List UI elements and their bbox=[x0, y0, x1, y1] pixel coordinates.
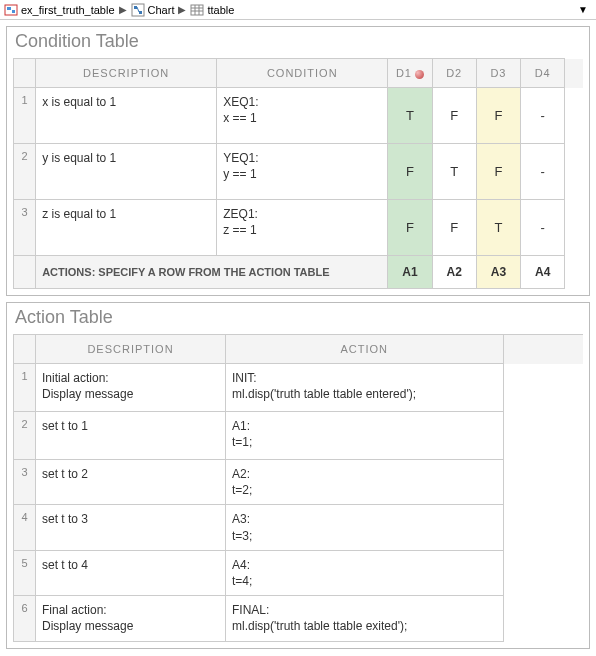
condition-row: 3 z is equal to 1 ZEQ1: z == 1 F F T - bbox=[14, 200, 584, 256]
header-d4[interactable]: D4 bbox=[521, 59, 565, 88]
breadcrumb: ex_first_truth_table ▶ Chart ▶ ttable ▼ bbox=[0, 0, 596, 20]
action-row: 6 Final action: Display message FINAL: m… bbox=[14, 596, 584, 641]
decision-cell-d1[interactable]: T bbox=[388, 88, 432, 144]
action-cell[interactable]: FINAL: ml.disp('truth table ttable exite… bbox=[226, 596, 504, 641]
header-blank bbox=[14, 59, 36, 88]
chevron-right-icon: ▶ bbox=[178, 4, 186, 15]
action-cell[interactable]: INIT: ml.disp('truth table ttable entere… bbox=[226, 364, 504, 412]
decision-cell-d1[interactable]: F bbox=[388, 200, 432, 256]
row-number: 1 bbox=[14, 88, 36, 144]
breakpoint-icon[interactable] bbox=[415, 70, 424, 79]
decision-cell-d4[interactable]: - bbox=[521, 200, 565, 256]
action-ref-d3[interactable]: A3 bbox=[476, 256, 520, 289]
decision-cell-d2[interactable]: F bbox=[432, 88, 476, 144]
description-cell[interactable]: set t to 3 bbox=[36, 505, 226, 550]
action-table: DESCRIPTION ACTION 1 Initial action: Dis… bbox=[13, 334, 583, 642]
header-blank bbox=[14, 335, 36, 364]
action-ref-d2[interactable]: A2 bbox=[432, 256, 476, 289]
header-d3[interactable]: D3 bbox=[476, 59, 520, 88]
condition-cell[interactable]: XEQ1: x == 1 bbox=[217, 88, 388, 144]
breadcrumb-label: ttable bbox=[207, 4, 234, 16]
action-row: 4 set t to 3 A3: t=3; bbox=[14, 505, 584, 550]
condition-row: 1 x is equal to 1 XEQ1: x == 1 T F F - bbox=[14, 88, 584, 144]
decision-cell-d1[interactable]: F bbox=[388, 144, 432, 200]
svg-rect-2 bbox=[12, 10, 15, 13]
condition-cell[interactable]: ZEQ1: z == 1 bbox=[217, 200, 388, 256]
decision-cell-d4[interactable]: - bbox=[521, 144, 565, 200]
description-cell[interactable]: x is equal to 1 bbox=[36, 88, 217, 144]
action-table-title: Action Table bbox=[7, 303, 589, 334]
action-cell[interactable]: A2: t=2; bbox=[226, 460, 504, 505]
condition-table-panel: Condition Table DESCRIPTION CONDITION D1… bbox=[6, 26, 590, 296]
header-action[interactable]: ACTION bbox=[226, 335, 504, 364]
dropdown-arrow-icon[interactable]: ▼ bbox=[578, 4, 592, 15]
header-description[interactable]: DESCRIPTION bbox=[36, 335, 226, 364]
row-number: 2 bbox=[14, 412, 36, 460]
svg-rect-5 bbox=[139, 11, 142, 14]
decision-cell-d3[interactable]: F bbox=[476, 88, 520, 144]
row-number: 3 bbox=[14, 460, 36, 505]
row-number: 3 bbox=[14, 200, 36, 256]
decision-cell-d3[interactable]: T bbox=[476, 200, 520, 256]
action-row: 1 Initial action: Display message INIT: … bbox=[14, 364, 584, 412]
condition-table-title: Condition Table bbox=[7, 27, 589, 58]
breadcrumb-label: ex_first_truth_table bbox=[21, 4, 115, 16]
breadcrumb-item-ttable[interactable]: ttable bbox=[190, 3, 234, 17]
action-row: 2 set t to 1 A1: t=1; bbox=[14, 412, 584, 460]
header-description[interactable]: DESCRIPTION bbox=[36, 59, 217, 88]
row-number: 5 bbox=[14, 550, 36, 595]
row-number: 2 bbox=[14, 144, 36, 200]
decision-cell-d3[interactable]: F bbox=[476, 144, 520, 200]
description-cell[interactable]: Initial action: Display message bbox=[36, 364, 226, 412]
row-number: 4 bbox=[14, 505, 36, 550]
action-cell[interactable]: A1: t=1; bbox=[226, 412, 504, 460]
description-cell[interactable]: set t to 1 bbox=[36, 412, 226, 460]
description-cell[interactable]: z is equal to 1 bbox=[36, 200, 217, 256]
decision-cell-d2[interactable]: T bbox=[432, 144, 476, 200]
svg-rect-4 bbox=[134, 6, 137, 9]
action-ref-d1[interactable]: A1 bbox=[388, 256, 432, 289]
header-d2[interactable]: D2 bbox=[432, 59, 476, 88]
header-condition[interactable]: CONDITION bbox=[217, 59, 388, 88]
chevron-right-icon: ▶ bbox=[119, 4, 127, 15]
row-number: 6 bbox=[14, 596, 36, 641]
action-cell[interactable]: A4: t=4; bbox=[226, 550, 504, 595]
row-number: 1 bbox=[14, 364, 36, 412]
action-table-panel: Action Table DESCRIPTION ACTION 1 Initia… bbox=[6, 302, 590, 649]
svg-rect-7 bbox=[191, 5, 203, 15]
description-cell[interactable]: Final action: Display message bbox=[36, 596, 226, 641]
breadcrumb-item-chart[interactable]: Chart bbox=[131, 3, 175, 17]
decision-cell-d4[interactable]: - bbox=[521, 88, 565, 144]
decision-cell-d2[interactable]: F bbox=[432, 200, 476, 256]
description-cell[interactable]: set t to 4 bbox=[36, 550, 226, 595]
description-cell[interactable]: set t to 2 bbox=[36, 460, 226, 505]
chart-icon bbox=[131, 3, 145, 17]
model-icon bbox=[4, 3, 18, 17]
condition-table: DESCRIPTION CONDITION D1 D2 D3 D4 1 x is… bbox=[13, 58, 583, 289]
header-d1[interactable]: D1 bbox=[388, 59, 432, 88]
action-row: 5 set t to 4 A4: t=4; bbox=[14, 550, 584, 595]
action-ref-d4[interactable]: A4 bbox=[521, 256, 565, 289]
actions-row: ACTIONS: SPECIFY A ROW FROM THE ACTION T… bbox=[14, 256, 584, 289]
svg-rect-1 bbox=[7, 7, 11, 10]
condition-cell[interactable]: YEQ1: y == 1 bbox=[217, 144, 388, 200]
actions-label: ACTIONS: SPECIFY A ROW FROM THE ACTION T… bbox=[36, 256, 388, 289]
condition-row: 2 y is equal to 1 YEQ1: y == 1 F T F - bbox=[14, 144, 584, 200]
breadcrumb-label: Chart bbox=[148, 4, 175, 16]
action-cell[interactable]: A3: t=3; bbox=[226, 505, 504, 550]
truth-table-icon bbox=[190, 3, 204, 17]
action-row: 3 set t to 2 A2: t=2; bbox=[14, 460, 584, 505]
description-cell[interactable]: y is equal to 1 bbox=[36, 144, 217, 200]
breadcrumb-item-model[interactable]: ex_first_truth_table bbox=[4, 3, 115, 17]
